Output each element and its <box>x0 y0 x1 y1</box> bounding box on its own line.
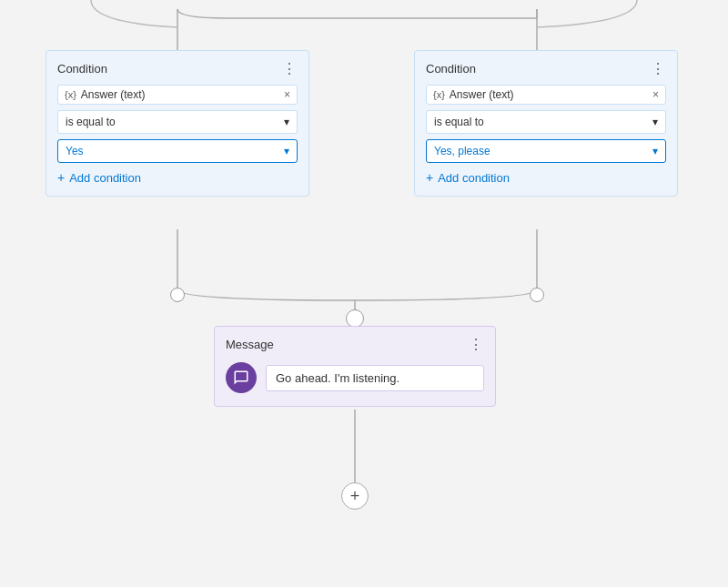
condition-1-add-condition-label: Add condition <box>69 171 141 185</box>
message-card: Message ⋮ Go ahead. I'm listening. <box>214 326 496 407</box>
right-merge-node <box>530 288 544 302</box>
condition-2-close-icon[interactable]: × <box>652 88 659 101</box>
message-card-header: Message ⋮ <box>226 336 484 353</box>
condition-2-add-condition[interactable]: + Add condition <box>426 170 666 185</box>
message-text: Go ahead. I'm listening. <box>266 365 484 391</box>
condition-2-plus-icon: + <box>426 170 433 185</box>
condition-1-operator-label: is equal to <box>66 116 116 128</box>
condition-2-operator-label: is equal to <box>434 116 484 128</box>
condition-2-value-label: Yes, please <box>434 145 490 157</box>
condition-2-value-chevron: ▾ <box>652 145 658 157</box>
condition-1-close-icon[interactable]: × <box>284 88 290 101</box>
condition-card-2: Condition ⋮ {x} Answer (text) × is equal… <box>414 50 678 197</box>
condition-1-add-condition[interactable]: + Add condition <box>57 170 298 185</box>
condition-1-title: Condition <box>57 62 107 76</box>
condition-2-add-condition-label: Add condition <box>438 171 510 185</box>
message-card-menu-icon[interactable]: ⋮ <box>469 336 484 353</box>
add-node-button[interactable]: + <box>341 482 369 510</box>
condition-card-1: Condition ⋮ {x} Answer (text) × is equal… <box>46 50 309 197</box>
condition-1-value-chevron: ▾ <box>284 145 289 157</box>
condition-2-answer-tag: {x} Answer (text) × <box>426 85 666 105</box>
condition-2-answer-label: Answer (text) <box>450 88 514 101</box>
condition-2-header: Condition ⋮ <box>426 60 666 77</box>
condition-2-title: Condition <box>426 62 476 76</box>
condition-1-menu-icon[interactable]: ⋮ <box>282 60 298 77</box>
condition-2-var-icon: {x} <box>433 89 445 100</box>
condition-1-operator-chevron: ▾ <box>284 116 289 128</box>
condition-1-plus-icon: + <box>57 170 65 185</box>
condition-2-menu-icon[interactable]: ⋮ <box>651 60 666 77</box>
chat-icon <box>233 369 249 386</box>
condition-1-value-dropdown[interactable]: Yes ▾ <box>57 139 298 163</box>
condition-1-answer-label: Answer (text) <box>81 88 146 101</box>
center-merge-node <box>346 309 364 328</box>
condition-1-var-icon: {x} <box>65 89 76 100</box>
condition-1-operator-dropdown[interactable]: is equal to ▾ <box>57 110 298 134</box>
left-merge-node <box>170 288 185 302</box>
condition-2-value-dropdown[interactable]: Yes, please ▾ <box>426 139 666 163</box>
message-body: Go ahead. I'm listening. <box>226 362 484 393</box>
message-avatar-icon <box>226 362 257 393</box>
condition-2-operator-chevron: ▾ <box>652 116 658 128</box>
condition-1-value-label: Yes <box>66 145 84 157</box>
canvas: Condition ⋮ {x} Answer (text) × is equal… <box>0 0 728 587</box>
add-node-icon: + <box>350 487 360 506</box>
condition-2-operator-dropdown[interactable]: is equal to ▾ <box>426 110 666 134</box>
condition-1-answer-tag: {x} Answer (text) × <box>57 85 298 105</box>
message-card-title: Message <box>226 338 274 351</box>
condition-1-header: Condition ⋮ <box>57 60 298 77</box>
